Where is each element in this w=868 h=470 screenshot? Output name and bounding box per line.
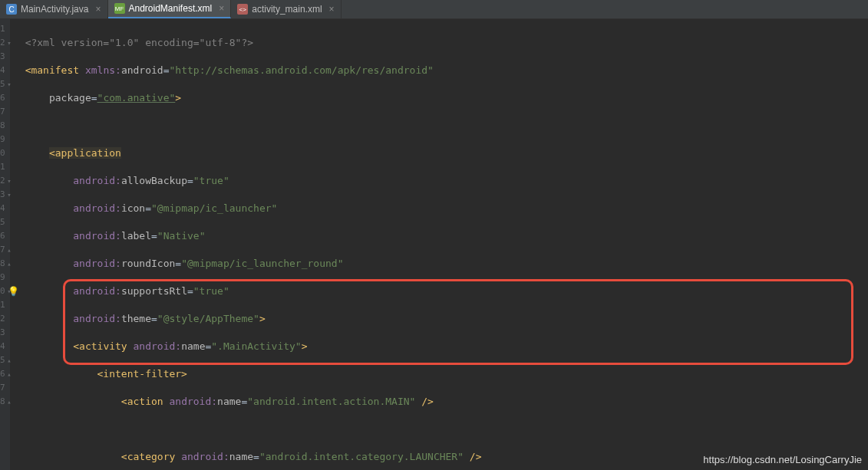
line-number: 5▴ [0,353,5,367]
code-line: <application [25,146,868,160]
line-gutter: 1 2▾ 3 4 5▾ 6 7 8 9 0 1 2▾ 3▾ 4 5 6 7▴ 8… [0,19,10,470]
line-number: 2▾ [0,174,5,188]
line-number: 9 [0,133,5,146]
line-number: 7 [0,105,5,119]
line-number: 1 [0,160,5,174]
java-class-icon: C [6,4,17,15]
code-line: android:supportsRtl="true" [25,284,868,298]
line-number: 9 [0,271,5,284]
code-line: <activity android:name=".MainActivity"> [25,340,868,353]
line-number: 2▾ [0,36,5,50]
tab-label: activity_main.xml [252,4,322,15]
code-line: android:label="Native" [25,229,868,243]
close-icon[interactable]: × [329,4,335,15]
manifest-icon: MF [114,3,125,14]
line-number: 8▴ [0,395,5,409]
code-line: android:theme="@style/AppTheme"> [25,312,868,326]
tab-label: MainActivity.java [21,4,88,15]
close-icon[interactable]: × [95,4,101,15]
code-line [25,422,868,436]
line-number: 7 [0,381,5,395]
line-number: 4 [0,64,5,77]
tab-activity-main[interactable]: <> activity_main.xml × [231,0,341,18]
line-number: 6▴ [0,367,5,381]
line-number: 3 [0,326,5,340]
editor-pane: 1 2▾ 3 4 5▾ 6 7 8 9 0 1 2▾ 3▾ 4 5 6 7▴ 8… [0,19,868,470]
line-number: 1 [0,298,5,312]
code-line: <action android:name="android.intent.act… [25,395,868,409]
code-line [25,119,868,133]
line-number: 5▾ [0,77,5,91]
line-number: 4 [0,202,5,215]
line-number: 8▴ [0,257,5,271]
code-line: package="com.anative"> [25,91,868,105]
code-line: <?xml version="1.0" encoding="utf-8"?> [25,36,868,50]
code-line: <manifest xmlns:android="http://schemas.… [25,64,868,77]
layout-xml-icon: <> [237,4,248,15]
line-number: 3 [0,50,5,64]
line-number: 7▴ [0,243,5,257]
code-line: <intent-filter> [25,367,868,381]
watermark: https://blog.csdn.net/LosingCarryJie [703,454,862,465]
line-number: 4 [0,340,5,353]
code-line: android:allowBackup="true" [25,174,868,188]
tab-android-manifest[interactable]: MF AndroidManifest.xml × [108,0,232,18]
line-number: 0 [0,146,5,160]
line-number: 2 [0,312,5,326]
line-number: 1 [0,22,5,36]
line-number: 6 [0,91,5,105]
code-area[interactable]: <?xml version="1.0" encoding="utf-8"?> <… [10,19,868,470]
line-number: 0▾💡 [0,284,5,298]
close-icon[interactable]: × [219,3,224,14]
tab-main-activity[interactable]: C MainActivity.java × [0,0,108,18]
tab-label: AndroidManifest.xml [129,3,213,14]
editor-tabs: C MainActivity.java × MF AndroidManifest… [0,0,868,19]
line-number: 3▾ [0,188,5,202]
line-number: 8 [0,119,5,133]
code-line: android:roundIcon="@mipmap/ic_launcher_r… [25,257,868,271]
line-number: 5 [0,215,5,229]
code-line: android:icon="@mipmap/ic_launcher" [25,202,868,215]
line-number: 6 [0,229,5,243]
